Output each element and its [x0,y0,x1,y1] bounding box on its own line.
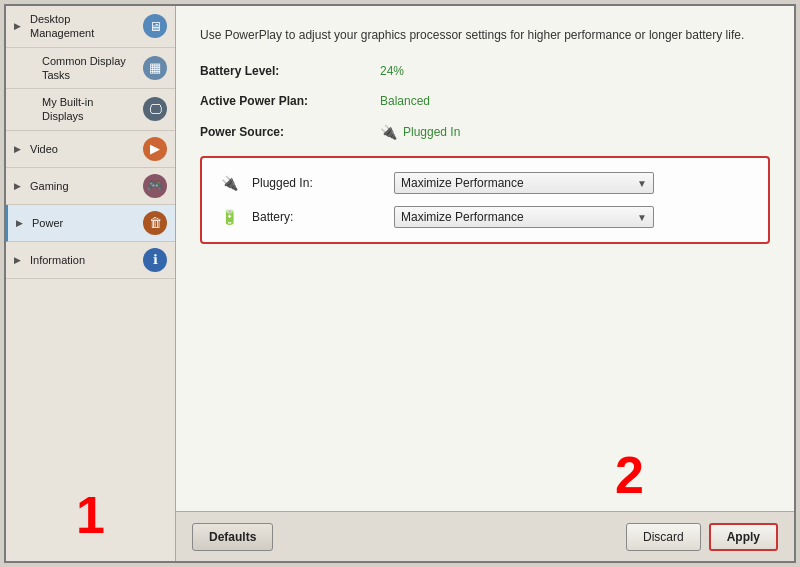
power-source-value: 🔌 Plugged In [380,124,460,140]
sidebar-item-video[interactable]: ▶ Video ▶ [6,131,175,168]
battery-label: Battery: [252,210,382,224]
content-area: Use PowerPlay to adjust your graphics pr… [176,6,794,511]
chevron-icon: ▶ [14,255,24,265]
sidebar-item-label: Gaming [30,179,137,193]
plugged-in-dropdown[interactable]: Maximize Performance ▼ [394,172,654,194]
battery-power-row: 🔋 Battery: Maximize Performance ▼ [218,206,752,228]
sidebar-item-gaming[interactable]: ▶ Gaming 🎮 [6,168,175,205]
power-icon: 🗑 [143,211,167,235]
plugged-in-text: Plugged In [403,125,460,139]
dropdown-arrow-icon-2: ▼ [637,212,647,223]
battery-row-icon: 🔋 [218,206,240,228]
main-content: Use PowerPlay to adjust your graphics pr… [176,6,794,561]
battery-dropdown-value: Maximize Performance [401,210,524,224]
plugged-in-label: Plugged In: [252,176,382,190]
annotation-number-2: 2 [615,446,644,504]
active-power-plan-value: Balanced [380,94,430,108]
defaults-button[interactable]: Defaults [192,523,273,551]
plug-icon: 🔌 [380,124,397,140]
power-source-label: Power Source: [200,125,380,139]
discard-button[interactable]: Discard [626,523,701,551]
sidebar-item-label: Desktop Management [30,12,137,41]
footer-right-buttons: Discard Apply [626,523,778,551]
sidebar-item-label: Power [32,216,137,230]
sidebar-item-desktop-management[interactable]: ▶ Desktop Management 🖥 [6,6,175,48]
chevron-icon: ▶ [14,21,24,31]
apply-button[interactable]: Apply [709,523,778,551]
active-power-plan-row: Active Power Plan: Balanced [200,94,770,108]
power-source-row: Power Source: 🔌 Plugged In [200,124,770,140]
plugged-in-power-row: 🔌 Plugged In: Maximize Performance ▼ [218,172,752,194]
sidebar-item-label: Video [30,142,137,156]
sidebar-item-label: My Built-in Displays [42,95,137,124]
plug-row-icon: 🔌 [218,172,240,194]
video-icon: ▶ [143,137,167,161]
battery-level-row: Battery Level: 24% [200,64,770,78]
battery-dropdown[interactable]: Maximize Performance ▼ [394,206,654,228]
gaming-icon: 🎮 [143,174,167,198]
display-tasks-icon: ▦ [143,56,167,80]
battery-level-label: Battery Level: [200,64,380,78]
sidebar-item-power[interactable]: ▶ Power 🗑 [6,205,175,242]
sidebar: ▶ Desktop Management 🖥 Common Display Ta… [6,6,176,561]
power-settings-box: 🔌 Plugged In: Maximize Performance ▼ 🔋 B… [200,156,770,244]
dropdown-arrow-icon: ▼ [637,178,647,189]
sidebar-item-information[interactable]: ▶ Information ℹ [6,242,175,279]
sidebar-item-label: Information [30,253,137,267]
plugged-in-dropdown-value: Maximize Performance [401,176,524,190]
battery-level-value: 24% [380,64,404,78]
chevron-icon: ▶ [16,218,26,228]
chevron-icon: ▶ [14,144,24,154]
desktop-icon: 🖥 [143,14,167,38]
sidebar-item-common-display-tasks[interactable]: Common Display Tasks ▦ [6,48,175,90]
active-power-plan-label: Active Power Plan: [200,94,380,108]
description-text: Use PowerPlay to adjust your graphics pr… [200,26,770,44]
annotation-number-1: 1 [76,489,105,541]
info-icon: ℹ [143,248,167,272]
chevron-icon: ▶ [14,181,24,191]
sidebar-item-label: Common Display Tasks [42,54,137,83]
footer: Defaults Discard Apply [176,511,794,561]
sidebar-item-my-built-in-displays[interactable]: My Built-in Displays 🖵 [6,89,175,131]
monitor-icon: 🖵 [143,97,167,121]
